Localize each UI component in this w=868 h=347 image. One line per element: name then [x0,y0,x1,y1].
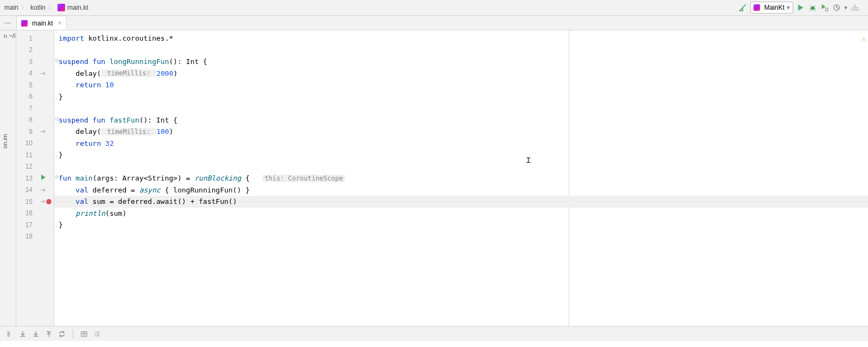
breadcrumb-item[interactable]: main [3,4,20,11]
code-line[interactable]: println(sum) [59,208,126,220]
fold-icon[interactable]: ⊟ [55,116,59,122]
gutter-row[interactable]: 18 [16,231,54,243]
gutter-row[interactable]: 12 [16,161,54,173]
gutter-row[interactable]: 2 [16,44,54,56]
code-line[interactable]: ⌞} [59,91,63,103]
line-number: 12 [16,163,36,170]
suspend-call-icon[interactable]: ⇥ [40,198,45,205]
breadcrumb-item[interactable]: kotlin [29,4,47,11]
fold-end-icon: ⌞ [55,222,59,228]
right-margin-line [569,30,569,332]
toolwin-label[interactable]: on.im [2,134,8,149]
chevron-down-icon[interactable]: ▾ [844,4,847,11]
run-gutter-icon[interactable] [40,174,47,182]
download-icon[interactable] [18,330,27,338]
breakpoint-icon[interactable] [46,199,52,204]
suspend-call-icon[interactable]: ⇥ [40,70,45,77]
line-number: 7 [16,105,36,112]
close-icon[interactable]: ✕ [55,20,62,26]
gutter-row[interactable]: 7 [16,102,54,114]
upload-icon[interactable] [44,330,53,338]
gutter-row[interactable]: 9⇥ [16,126,54,138]
code-line[interactable]: ⌞} [59,219,63,231]
line-number: 3 [16,58,36,66]
code-line[interactable]: ⊟suspend fun longRunningFun(): Int { [59,56,207,68]
fold-end-icon: ⌞ [55,152,59,158]
fold-end-icon: ⌞ [55,94,59,100]
svg-rect-1 [826,8,828,11]
gutter-row[interactable]: 14⇥ [16,184,54,196]
code-line[interactable]: val deferred = async { longRunningFun() … [59,184,250,196]
table-icon[interactable] [80,330,88,338]
code-line[interactable]: return 10 [59,79,114,91]
code-line[interactable]: delay( timeMillis: 100) [59,126,174,138]
gutter-row[interactable]: 6 [16,91,54,103]
minimize-icon[interactable]: — [4,19,13,27]
line-number: 13 [16,175,36,182]
suspend-call-icon[interactable]: ⇥ [40,128,45,135]
build-icon[interactable] [738,3,747,12]
code-editor[interactable]: ⚠ Ꮖ import kotlinx.coroutines.*⊟suspend … [54,30,868,332]
file-tab[interactable]: main.kt ✕ [16,16,67,30]
svg-rect-6 [81,331,87,336]
text-cursor: Ꮖ [526,156,527,165]
breadcrumb-sep: 〉 [47,3,56,12]
gutter-row[interactable]: 11 [16,149,54,161]
inspection-warning-icon[interactable]: ⚠ [862,35,866,42]
run-config-selector[interactable]: MainKt ▾ [750,2,793,14]
gutter-row[interactable]: 16 [16,208,54,220]
editor-gutter[interactable]: 1234⇥56789⇥1011121314⇥15⇥161718 [16,30,54,332]
gutter-row[interactable]: 10 [16,138,54,150]
gutter-row[interactable]: 15⇥ [16,196,54,208]
code-line[interactable]: import kotlinx.coroutines.* [59,33,173,44]
code-line[interactable]: ⊟suspend fun fastFun(): Int { [59,114,177,126]
code-line[interactable]: ⊟fun main(args: Array<String>) = runBloc… [59,172,345,184]
stop-icon[interactable] [851,3,859,12]
toolwin-label[interactable]: n ~/l [4,33,15,39]
gutter-row[interactable]: 13 [16,172,54,184]
code-line[interactable]: val sum = deferred.await() + fastFun() [59,196,237,208]
fold-icon[interactable]: ⊟ [55,57,59,63]
tool-window-strip-left[interactable]: n ~/l on.im [0,30,16,332]
code-line[interactable]: return 32 [59,138,114,150]
toolbar-right: MainKt ▾ ▾ [738,2,865,14]
debug-icon[interactable] [808,3,817,12]
kotlin-file-icon [21,20,28,27]
kotlin-file-icon [58,4,65,11]
top-toolbar: main 〉 kotlin 〉 main.kt MainKt ▾ ▾ [0,0,868,16]
separator [73,329,73,339]
structure-icon[interactable] [5,330,14,338]
gutter-row[interactable]: 5 [16,79,54,91]
breadcrumb-sep: 〉 [20,3,29,12]
chevron-down-icon: ▾ [787,4,790,11]
download-icon[interactable] [31,330,40,338]
svg-rect-3 [854,5,856,8]
line-number: 6 [16,93,36,100]
code-line[interactable]: ⌞} [59,149,63,161]
sync-icon[interactable] [58,330,66,338]
coverage-icon[interactable] [820,3,829,12]
line-number: 2 [16,46,36,54]
line-number: 14 [16,186,36,194]
list-icon[interactable] [93,330,101,338]
code-line[interactable]: delay( timeMillis: 2000) [59,68,177,80]
gutter-row[interactable]: 1 [16,33,54,44]
line-number: 9 [16,128,36,136]
status-bar [0,326,868,341]
line-number: 17 [16,221,36,229]
line-number: 18 [16,233,36,240]
profiler-icon[interactable] [832,3,841,12]
gutter-row[interactable]: 8 [16,114,54,126]
run-icon[interactable] [796,3,805,12]
svg-point-5 [852,8,854,10]
suspend-call-icon[interactable]: ⇥ [40,187,45,194]
svg-rect-4 [856,8,858,10]
gutter-row[interactable]: 4⇥ [16,68,54,80]
fold-icon[interactable]: ⊟ [55,174,59,180]
gutter-row[interactable]: 3 [16,56,54,68]
line-number: 10 [16,139,36,147]
breadcrumb-item[interactable]: main.kt [56,4,90,11]
gutter-row[interactable]: 17 [16,219,54,231]
kotlin-icon [754,4,760,11]
line-number: 5 [16,81,36,89]
